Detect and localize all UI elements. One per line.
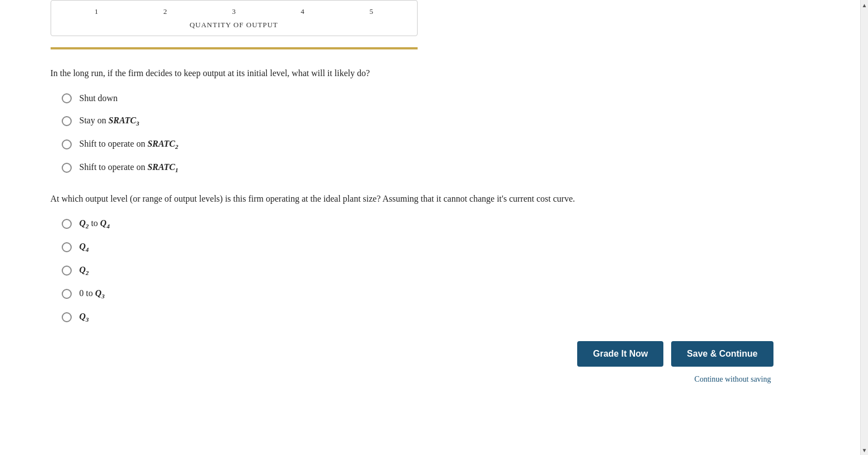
q4-text: Q4: [100, 218, 110, 228]
radio-q1-opt2[interactable]: [62, 116, 72, 126]
question1-option2[interactable]: Stay on SRATC3: [62, 114, 807, 128]
axis-number-3: 3: [232, 6, 236, 17]
q2-option5-label: Q3: [80, 310, 89, 324]
golden-divider: [51, 47, 418, 49]
option4-label: Shift to operate on SRATC1: [80, 161, 178, 175]
question2-option2[interactable]: Q4: [62, 240, 807, 254]
axis-number-1: 1: [95, 6, 98, 17]
q3-text: Q3: [95, 288, 105, 298]
q2-only-text: Q2: [80, 265, 89, 274]
q2-option2-label: Q4: [80, 240, 89, 254]
q3-only-text: Q3: [80, 312, 89, 321]
q2-text: Q2: [80, 218, 89, 228]
question2-option1[interactable]: Q2 to Q4: [62, 217, 807, 231]
question2-text: At which output level (or range of outpu…: [51, 192, 807, 206]
questions-section: In the long run, if the firm decides to …: [28, 66, 840, 385]
save-continue-button[interactable]: Save & Continue: [671, 341, 773, 367]
page-container: ▲ ▼ 1 2 3 4 5 QUANTITY OF OUTPUT In the …: [0, 0, 868, 455]
chart-container: 1 2 3 4 5 QUANTITY OF OUTPUT: [51, 0, 418, 36]
radio-q1-opt3[interactable]: [62, 139, 72, 149]
grade-it-now-button[interactable]: Grade It Now: [577, 341, 663, 367]
q2-option3-label: Q2: [80, 263, 89, 278]
radio-q2-opt5[interactable]: [62, 312, 72, 322]
radio-q2-opt1[interactable]: [62, 219, 72, 229]
chart-numbers: 1 2 3 4 5: [57, 6, 411, 17]
question1-option3[interactable]: Shift to operate on SRATC2: [62, 137, 807, 152]
question2-options: Q2 to Q4 Q4 Q2 0 to Q3: [51, 217, 807, 324]
question2-option4[interactable]: 0 to Q3: [62, 287, 807, 301]
scroll-up-arrow[interactable]: ▲: [861, 1, 869, 9]
axis-number-4: 4: [301, 6, 305, 17]
question2-option5[interactable]: Q3: [62, 310, 807, 324]
option2-label: Stay on SRATC3: [80, 114, 140, 128]
radio-q1-opt1[interactable]: [62, 93, 72, 103]
scroll-down-arrow[interactable]: ▼: [861, 446, 869, 454]
q2-option4-label: 0 to Q3: [80, 287, 105, 301]
content-area: 1 2 3 4 5 QUANTITY OF OUTPUT In the long…: [6, 0, 862, 407]
option3-label: Shift to operate on SRATC2: [80, 137, 178, 152]
axis-number-2: 2: [163, 6, 167, 17]
axis-number-5: 5: [369, 6, 373, 17]
question1-text: In the long run, if the firm decides to …: [51, 66, 807, 81]
question1-options: Shut down Stay on SRATC3 Shift to operat…: [51, 92, 807, 175]
question1-option1[interactable]: Shut down: [62, 92, 807, 105]
question2-option3[interactable]: Q2: [62, 263, 807, 278]
scrollbar[interactable]: ▲ ▼: [860, 0, 868, 455]
radio-q2-opt4[interactable]: [62, 289, 72, 299]
sratc3-text: SRATC3: [108, 116, 139, 125]
radio-q2-opt3[interactable]: [62, 266, 72, 276]
chart-axis-label: QUANTITY OF OUTPUT: [57, 19, 411, 31]
buttons-section: Grade It Now Save & Continue Continue wi…: [51, 341, 807, 385]
question1-option4[interactable]: Shift to operate on SRATC1: [62, 161, 807, 175]
sratc1-text: SRATC1: [147, 162, 178, 172]
q4-only-text: Q4: [80, 242, 89, 251]
sratc2-text: SRATC2: [147, 139, 178, 148]
option1-label: Shut down: [80, 92, 118, 105]
radio-q1-opt4[interactable]: [62, 163, 72, 173]
q2-option1-label: Q2 to Q4: [80, 217, 110, 231]
continue-without-saving-link[interactable]: Continue without saving: [695, 373, 771, 385]
radio-q2-opt2[interactable]: [62, 242, 72, 252]
buttons-row: Grade It Now Save & Continue: [577, 341, 773, 367]
